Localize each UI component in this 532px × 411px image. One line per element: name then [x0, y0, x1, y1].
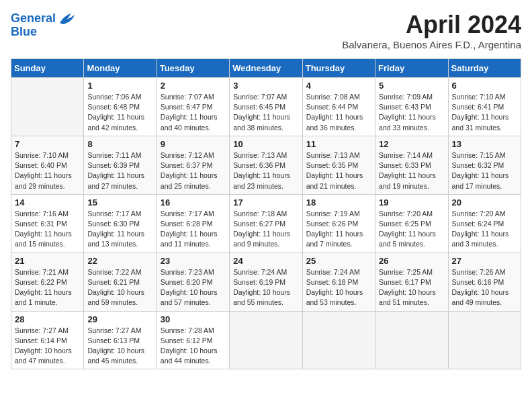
logo-text: General	[11, 12, 56, 26]
calendar-day-cell: 28Sunrise: 7:27 AM Sunset: 6:14 PM Dayli…	[11, 311, 84, 369]
weekday-header-cell: Wednesday	[230, 59, 302, 78]
day-info: Sunrise: 7:16 AM Sunset: 6:31 PM Dayligh…	[15, 209, 80, 250]
day-info: Sunrise: 7:19 AM Sunset: 6:26 PM Dayligh…	[306, 209, 371, 250]
day-info: Sunrise: 7:20 AM Sunset: 6:24 PM Dayligh…	[452, 209, 517, 250]
weekday-header-row: SundayMondayTuesdayWednesdayThursdayFrid…	[11, 59, 521, 78]
calendar-day-cell: 25Sunrise: 7:24 AM Sunset: 6:18 PM Dayli…	[302, 253, 375, 311]
day-info: Sunrise: 7:13 AM Sunset: 6:36 PM Dayligh…	[233, 150, 298, 191]
calendar-day-cell: 3Sunrise: 7:07 AM Sunset: 6:45 PM Daylig…	[230, 78, 302, 136]
calendar-day-cell: 13Sunrise: 7:15 AM Sunset: 6:32 PM Dayli…	[448, 136, 521, 194]
day-info: Sunrise: 7:06 AM Sunset: 6:48 PM Dayligh…	[87, 92, 152, 133]
day-info: Sunrise: 7:25 AM Sunset: 6:17 PM Dayligh…	[379, 267, 444, 308]
day-number: 22	[87, 256, 152, 266]
day-info: Sunrise: 7:27 AM Sunset: 6:13 PM Dayligh…	[87, 326, 152, 367]
day-number: 19	[379, 197, 444, 208]
calendar-day-cell: 20Sunrise: 7:20 AM Sunset: 6:24 PM Dayli…	[448, 194, 521, 253]
logo-blue-text: Blue	[11, 26, 37, 39]
day-number: 2	[161, 81, 226, 91]
calendar-day-cell: 4Sunrise: 7:08 AM Sunset: 6:44 PM Daylig…	[302, 78, 375, 136]
day-info: Sunrise: 7:07 AM Sunset: 6:45 PM Dayligh…	[233, 92, 298, 133]
day-number: 26	[379, 256, 444, 266]
weekday-header-cell: Thursday	[302, 59, 375, 78]
day-number: 8	[87, 139, 152, 149]
day-number: 27	[452, 256, 517, 266]
day-number: 13	[452, 139, 517, 149]
day-info: Sunrise: 7:10 AM Sunset: 6:41 PM Dayligh…	[452, 92, 517, 133]
calendar-day-cell: 8Sunrise: 7:11 AM Sunset: 6:39 PM Daylig…	[84, 136, 157, 194]
calendar-week-row: 28Sunrise: 7:27 AM Sunset: 6:14 PM Dayli…	[11, 311, 521, 369]
location-subtitle: Balvanera, Buenos Aires F.D., Argentina	[342, 39, 521, 50]
day-number: 3	[233, 81, 298, 91]
day-info: Sunrise: 7:17 AM Sunset: 6:28 PM Dayligh…	[161, 209, 226, 250]
day-number: 11	[306, 139, 371, 149]
calendar-day-cell: 16Sunrise: 7:17 AM Sunset: 6:28 PM Dayli…	[157, 194, 229, 253]
day-info: Sunrise: 7:18 AM Sunset: 6:27 PM Dayligh…	[233, 209, 298, 250]
calendar-day-cell: 9Sunrise: 7:12 AM Sunset: 6:37 PM Daylig…	[157, 136, 229, 194]
calendar-week-row: 1Sunrise: 7:06 AM Sunset: 6:48 PM Daylig…	[11, 78, 521, 136]
calendar-day-cell	[11, 78, 84, 136]
calendar-day-cell	[448, 311, 521, 369]
calendar-day-cell: 12Sunrise: 7:14 AM Sunset: 6:33 PM Dayli…	[375, 136, 448, 194]
day-info: Sunrise: 7:09 AM Sunset: 6:43 PM Dayligh…	[379, 92, 444, 133]
day-number: 17	[233, 197, 298, 208]
logo-bird-icon	[57, 11, 76, 27]
calendar-day-cell	[230, 311, 302, 369]
day-number: 20	[452, 197, 517, 208]
day-info: Sunrise: 7:14 AM Sunset: 6:33 PM Dayligh…	[379, 150, 444, 191]
calendar-day-cell: 27Sunrise: 7:26 AM Sunset: 6:16 PM Dayli…	[448, 253, 521, 311]
calendar-day-cell: 7Sunrise: 7:10 AM Sunset: 6:40 PM Daylig…	[11, 136, 84, 194]
weekday-header-cell: Tuesday	[157, 59, 229, 78]
day-number: 24	[233, 256, 298, 266]
day-number: 21	[15, 256, 80, 266]
day-info: Sunrise: 7:15 AM Sunset: 6:32 PM Dayligh…	[452, 150, 517, 191]
calendar-day-cell: 6Sunrise: 7:10 AM Sunset: 6:41 PM Daylig…	[448, 78, 521, 136]
day-number: 18	[306, 197, 371, 208]
day-info: Sunrise: 7:10 AM Sunset: 6:40 PM Dayligh…	[15, 150, 80, 191]
weekday-header-cell: Monday	[84, 59, 157, 78]
day-info: Sunrise: 7:11 AM Sunset: 6:39 PM Dayligh…	[87, 150, 152, 191]
calendar-day-cell: 22Sunrise: 7:22 AM Sunset: 6:21 PM Dayli…	[84, 253, 157, 311]
day-number: 30	[161, 314, 226, 324]
calendar-day-cell: 19Sunrise: 7:20 AM Sunset: 6:25 PM Dayli…	[375, 194, 448, 253]
day-info: Sunrise: 7:08 AM Sunset: 6:44 PM Dayligh…	[306, 92, 371, 133]
logo: General Blue	[11, 11, 76, 39]
calendar-day-cell: 21Sunrise: 7:21 AM Sunset: 6:22 PM Dayli…	[11, 253, 84, 311]
calendar-day-cell: 14Sunrise: 7:16 AM Sunset: 6:31 PM Dayli…	[11, 194, 84, 253]
weekday-header-cell: Sunday	[11, 59, 84, 78]
calendar-week-row: 14Sunrise: 7:16 AM Sunset: 6:31 PM Dayli…	[11, 194, 521, 253]
day-info: Sunrise: 7:17 AM Sunset: 6:30 PM Dayligh…	[87, 209, 152, 250]
calendar-day-cell: 18Sunrise: 7:19 AM Sunset: 6:26 PM Dayli…	[302, 194, 375, 253]
day-info: Sunrise: 7:24 AM Sunset: 6:19 PM Dayligh…	[233, 267, 298, 308]
day-info: Sunrise: 7:22 AM Sunset: 6:21 PM Dayligh…	[87, 267, 152, 308]
calendar-day-cell: 29Sunrise: 7:27 AM Sunset: 6:13 PM Dayli…	[84, 311, 157, 369]
day-number: 1	[87, 81, 152, 91]
day-number: 29	[87, 314, 152, 324]
day-info: Sunrise: 7:07 AM Sunset: 6:47 PM Dayligh…	[161, 92, 226, 133]
calendar-day-cell: 17Sunrise: 7:18 AM Sunset: 6:27 PM Dayli…	[230, 194, 302, 253]
day-number: 9	[161, 139, 226, 149]
month-title: April 2024	[342, 11, 521, 39]
day-info: Sunrise: 7:24 AM Sunset: 6:18 PM Dayligh…	[306, 267, 371, 308]
day-number: 23	[161, 256, 226, 266]
day-info: Sunrise: 7:12 AM Sunset: 6:37 PM Dayligh…	[161, 150, 226, 191]
day-info: Sunrise: 7:27 AM Sunset: 6:14 PM Dayligh…	[15, 326, 80, 367]
calendar-body: 1Sunrise: 7:06 AM Sunset: 6:48 PM Daylig…	[11, 78, 521, 369]
calendar-day-cell: 1Sunrise: 7:06 AM Sunset: 6:48 PM Daylig…	[84, 78, 157, 136]
calendar-day-cell: 15Sunrise: 7:17 AM Sunset: 6:30 PM Dayli…	[84, 194, 157, 253]
day-number: 5	[379, 81, 444, 91]
calendar-day-cell: 23Sunrise: 7:23 AM Sunset: 6:20 PM Dayli…	[157, 253, 229, 311]
day-number: 28	[15, 314, 80, 324]
day-number: 7	[15, 139, 80, 149]
day-number: 16	[161, 197, 226, 208]
page-header: General Blue April 2024 Balvanera, Bueno…	[11, 11, 521, 50]
calendar-day-cell: 2Sunrise: 7:07 AM Sunset: 6:47 PM Daylig…	[157, 78, 229, 136]
calendar-day-cell: 5Sunrise: 7:09 AM Sunset: 6:43 PM Daylig…	[375, 78, 448, 136]
calendar-day-cell: 24Sunrise: 7:24 AM Sunset: 6:19 PM Dayli…	[230, 253, 302, 311]
day-info: Sunrise: 7:28 AM Sunset: 6:12 PM Dayligh…	[161, 326, 226, 367]
calendar-day-cell: 11Sunrise: 7:13 AM Sunset: 6:35 PM Dayli…	[302, 136, 375, 194]
calendar-day-cell: 30Sunrise: 7:28 AM Sunset: 6:12 PM Dayli…	[157, 311, 229, 369]
day-number: 10	[233, 139, 298, 149]
day-number: 12	[379, 139, 444, 149]
title-block: April 2024 Balvanera, Buenos Aires F.D.,…	[342, 11, 521, 50]
calendar-day-cell	[375, 311, 448, 369]
